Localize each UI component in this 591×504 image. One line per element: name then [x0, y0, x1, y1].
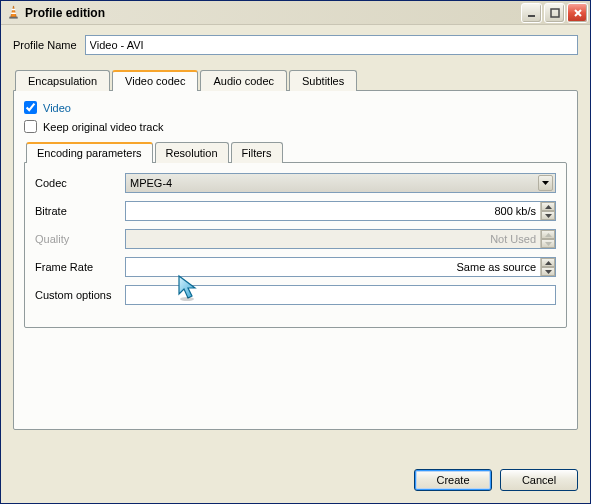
svg-rect-2: [11, 13, 16, 15]
video-checkbox[interactable]: [24, 101, 37, 114]
video-codec-panel: Video Keep original video track Encoding…: [13, 90, 578, 430]
quality-value: Not Used: [130, 233, 540, 245]
bitrate-spin-up[interactable]: [541, 202, 555, 211]
svg-marker-9: [545, 233, 552, 237]
tab-encapsulation[interactable]: Encapsulation: [15, 70, 110, 91]
encoding-parameters-panel: Codec MPEG-4 Bitrate 800 kb/s: [24, 162, 567, 328]
bitrate-spin-buttons: [540, 202, 555, 220]
keep-original-label: Keep original video track: [43, 121, 163, 133]
video-checkbox-row: Video: [24, 101, 567, 114]
sub-tabs: Encoding parameters Resolution Filters: [24, 141, 567, 162]
chevron-down-icon: [542, 181, 549, 185]
svg-marker-10: [545, 242, 552, 246]
keep-original-row: Keep original video track: [24, 120, 567, 133]
keep-original-checkbox[interactable]: [24, 120, 37, 133]
framerate-spin-down[interactable]: [541, 267, 555, 276]
custom-options-input[interactable]: [125, 285, 556, 305]
quality-spinner: Not Used: [125, 229, 556, 249]
svg-marker-12: [545, 270, 552, 274]
tab-video-codec[interactable]: Video codec: [112, 70, 198, 91]
framerate-spin-up[interactable]: [541, 258, 555, 267]
create-button[interactable]: Create: [414, 469, 492, 491]
svg-marker-7: [545, 205, 552, 209]
bitrate-label: Bitrate: [35, 205, 125, 217]
svg-marker-0: [10, 6, 16, 17]
cancel-button[interactable]: Cancel: [500, 469, 578, 491]
profile-name-row: Profile Name: [13, 35, 578, 55]
codec-label: Codec: [35, 177, 125, 189]
titlebar: Profile edition: [1, 1, 590, 25]
subtab-encoding-parameters[interactable]: Encoding parameters: [26, 142, 153, 163]
framerate-label: Frame Rate: [35, 261, 125, 273]
svg-rect-4: [528, 15, 535, 17]
quality-label: Quality: [35, 233, 125, 245]
framerate-spin-buttons: [540, 258, 555, 276]
svg-rect-1: [11, 9, 15, 11]
main-tabs: Encapsulation Video codec Audio codec Su…: [13, 69, 578, 90]
svg-rect-5: [551, 9, 559, 17]
bitrate-row: Bitrate 800 kb/s: [35, 201, 556, 221]
subtab-filters[interactable]: Filters: [231, 142, 283, 163]
codec-row: Codec MPEG-4: [35, 173, 556, 193]
profile-name-input[interactable]: [85, 35, 578, 55]
quality-row: Quality Not Used: [35, 229, 556, 249]
close-button[interactable]: [567, 3, 588, 23]
svg-marker-11: [545, 261, 552, 265]
video-checkbox-label: Video: [43, 102, 71, 114]
quality-spin-down: [541, 239, 555, 248]
bitrate-spinner[interactable]: 800 kb/s: [125, 201, 556, 221]
svg-marker-8: [545, 214, 552, 218]
profile-name-label: Profile Name: [13, 39, 77, 51]
framerate-value: Same as source: [130, 261, 540, 273]
tab-audio-codec[interactable]: Audio codec: [200, 70, 287, 91]
svg-marker-6: [542, 181, 549, 185]
codec-dropdown-button[interactable]: [538, 175, 553, 191]
codec-value: MPEG-4: [130, 177, 172, 189]
subtab-resolution[interactable]: Resolution: [155, 142, 229, 163]
profile-edition-window: Profile edition Profile Name Encapsulati…: [0, 0, 591, 504]
tab-subtitles[interactable]: Subtitles: [289, 70, 357, 91]
bitrate-value: 800 kb/s: [130, 205, 540, 217]
custom-options-label: Custom options: [35, 289, 125, 301]
minimize-button[interactable]: [521, 3, 542, 23]
quality-spin-up: [541, 230, 555, 239]
framerate-row: Frame Rate Same as source: [35, 257, 556, 277]
quality-spin-buttons: [540, 230, 555, 248]
window-buttons: [521, 3, 588, 23]
codec-combo[interactable]: MPEG-4: [125, 173, 556, 193]
bitrate-spin-down[interactable]: [541, 211, 555, 220]
window-title: Profile edition: [25, 6, 521, 20]
vlc-icon: [5, 5, 21, 21]
framerate-spinner[interactable]: Same as source: [125, 257, 556, 277]
custom-options-row: Custom options: [35, 285, 556, 305]
content-area: Profile Name Encapsulation Video codec A…: [1, 25, 590, 459]
svg-rect-3: [9, 17, 17, 19]
dialog-footer: Create Cancel: [1, 459, 590, 503]
maximize-button[interactable]: [544, 3, 565, 23]
